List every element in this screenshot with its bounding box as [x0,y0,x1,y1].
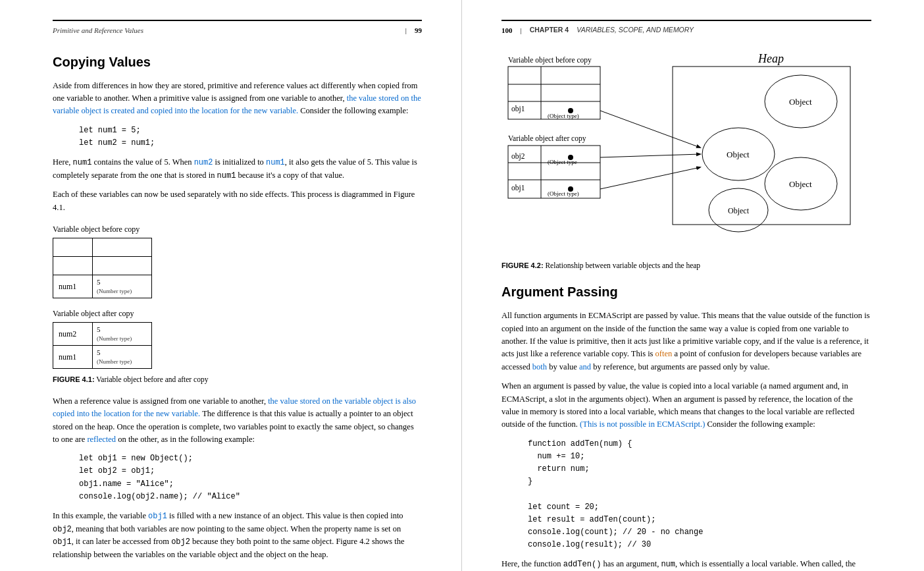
figure-4-1-caption-bold: FIGURE 4.1: [53,375,95,383]
arg-para-2: When an argument is passed by value, the… [501,380,871,431]
svg-text:Object: Object [789,97,812,107]
svg-text:Object: Object [728,206,750,215]
figure-4-1-caption-text: Variable object before and after copy [95,375,209,383]
right-header-chapter: CHAPTER 4 [530,25,569,36]
before-copy-label: Variable object before copy [53,223,422,235]
svg-line-31 [600,167,700,189]
right-header-sep: | [521,25,522,36]
copying-values-title: Copying Values [53,52,422,72]
svg-text:obj2: obj2 [511,152,525,161]
arg-para-1: All function arguments in ECMAScript are… [501,310,871,373]
svg-text:obj1: obj1 [511,105,525,113]
before-copy-table: num1 5(Number type) [53,238,152,298]
left-header-separator: | [405,25,407,36]
left-page-header: Primitive and Reference Values | 99 [53,20,422,36]
arg-code-block: function addTen(num) { num += 10; return… [528,438,871,552]
left-page-num: 99 [415,25,422,36]
right-page-header: 100 | CHAPTER 4 VARIABLES, SCOPE, AND ME… [501,20,871,36]
svg-text:obj1: obj1 [511,184,525,192]
svg-text:(Object type): (Object type) [548,190,579,197]
code-line-1: let num1 = 5; [79,126,141,135]
para-1: Aside from differences in how they are s… [53,80,422,118]
svg-text:Heap: Heap [757,52,784,65]
left-header-title: Primitive and Reference Values [53,25,143,36]
right-page: 100 | CHAPTER 4 VARIABLES, SCOPE, AND ME… [462,0,924,571]
para-3: Each of these variables can now be used … [53,188,422,214]
argument-passing-title: Argument Passing [501,282,871,302]
svg-text:(Object type: (Object type [548,159,577,165]
right-header-title: VARIABLES, SCOPE, AND MEMORY [577,25,694,36]
code-block-2: let obj1 = new Object(); let obj2 = obj1… [79,452,422,503]
svg-text:Variable object after copy: Variable object after copy [508,134,586,143]
left-page: Primitive and Reference Values | 99 Copy… [0,0,462,571]
figure-4-2-caption-text: Relationship between variable objects an… [544,261,701,269]
svg-rect-9 [673,67,850,225]
right-page-num: 100 [501,25,513,36]
figure-4-2-svg: Variable object before copy obj1 (Object… [501,52,857,256]
svg-text:Variable object before copy: Variable object before copy [508,56,592,65]
para-4: When a reference value is assigned from … [53,395,422,447]
figure-4-1-diagrams: Variable object before copy num1 5(Numbe… [53,223,422,386]
after-copy-table: num2 5(Number type) num1 5(Number type) [53,322,152,369]
figure-4-1-caption: FIGURE 4.1: Variable object before and a… [53,374,422,386]
svg-text:(Object type): (Object type) [548,113,579,119]
figure-4-2: Variable object before copy obj1 (Object… [501,52,871,272]
svg-text:Object: Object [727,150,750,159]
code-block-1: let num1 = 5; let num2 = num1; [79,124,422,150]
svg-line-18 [600,111,700,148]
arg-para-3: Here, the function addTen() has an argum… [501,558,871,571]
para-2: Here, num1 contains the value of 5. When… [53,156,422,182]
figure-4-2-caption-bold: FIGURE 4.2: [501,261,544,269]
svg-line-30 [600,154,700,157]
figure-4-2-caption: FIGURE 4.2: Relationship between variabl… [501,260,871,272]
svg-text:Object: Object [789,179,812,189]
para-5: In this example, the variable obj1 is fi… [53,510,422,561]
code-line-2: let num2 = num1; [79,138,155,148]
after-copy-label: Variable object after copy [53,308,422,319]
